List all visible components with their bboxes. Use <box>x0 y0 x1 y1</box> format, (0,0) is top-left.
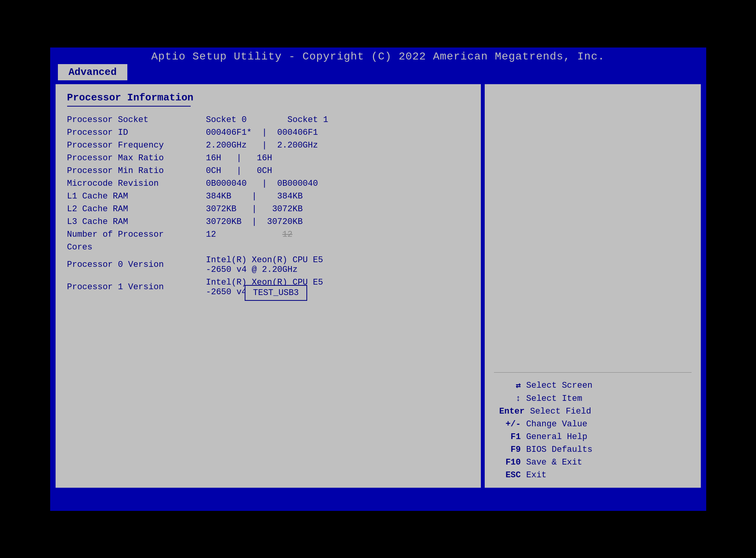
key-desc: Select Field <box>530 407 591 416</box>
tooltip-box: TEST_USB3 <box>245 285 308 301</box>
field-label: Microcode Revision <box>67 177 206 190</box>
field-value: 384KB | 384KB <box>206 190 469 203</box>
info-table: Processor Socket Socket 0 Socket 1 Proce… <box>67 114 469 299</box>
key-desc: Change Value <box>526 419 587 429</box>
table-row: L2 Cache RAM 3072KB | 3072KB <box>67 203 469 215</box>
key-symbol: F9 <box>494 445 521 455</box>
key-desc: Exit <box>526 470 547 480</box>
table-row: Processor 0 Version Intel(R) Xeon(R) CPU… <box>67 254 469 276</box>
field-label: Processor Frequency <box>67 139 206 152</box>
field-value: 3072KB | 3072KB <box>206 203 469 215</box>
key-row: F9 BIOS Defaults <box>494 445 692 455</box>
field-label: Processor 1 Version <box>67 276 206 299</box>
section-divider <box>67 106 191 107</box>
field-label: Processor ID <box>67 126 206 139</box>
key-desc: BIOS Defaults <box>526 445 593 455</box>
table-row: L3 Cache RAM 30720KB | 30720KB <box>67 215 469 228</box>
field-label: Processor Max Ratio <box>67 152 206 165</box>
field-value: 30720KB | 30720KB <box>206 215 469 228</box>
key-symbol: ESC <box>494 470 521 480</box>
tooltip-text: TEST_USB3 <box>253 288 299 298</box>
table-row: Processor Frequency 2.200GHz | 2.200GHz <box>67 139 469 152</box>
title-text: Aptio Setup Utility - Copyright (C) 2022… <box>151 51 605 63</box>
key-row: +/- Change Value <box>494 419 692 429</box>
key-desc: General Help <box>526 432 587 442</box>
key-symbol: +/- <box>494 419 521 429</box>
field-label: L3 Cache RAM <box>67 215 206 228</box>
table-row: Processor ID 000406F1* | 000406F1 <box>67 126 469 139</box>
right-panel-divider <box>494 372 692 373</box>
key-row: ↕ Select Item <box>494 394 692 404</box>
key-symbol: ⇄ <box>494 380 521 391</box>
bios-screen: Aptio Setup Utility - Copyright (C) 2022… <box>50 47 706 511</box>
section-title: Processor Information <box>67 92 469 103</box>
field-value: 0CH | 0CH <box>206 165 469 177</box>
field-label: L2 Cache RAM <box>67 203 206 215</box>
key-desc: Select Screen <box>526 381 593 390</box>
key-help: ⇄ Select Screen ↕ Select Item Enter Sele… <box>494 380 692 480</box>
field-value: 12 12 <box>206 228 469 241</box>
table-row: Processor Socket Socket 0 Socket 1 <box>67 114 469 126</box>
key-row: F1 General Help <box>494 432 692 442</box>
field-value: Socket 0 Socket 1 <box>206 114 469 126</box>
field-value: 000406F1* | 000406F1 <box>206 126 469 139</box>
key-row: ESC Exit <box>494 470 692 480</box>
field-value: 0B000040 | 0B000040 <box>206 177 469 190</box>
field-label: Processor 0 Version <box>67 254 206 276</box>
key-row: ⇄ Select Screen <box>494 380 692 391</box>
key-symbol: Enter <box>494 407 525 416</box>
field-label: Cores <box>67 241 206 254</box>
title-bar: Aptio Setup Utility - Copyright (C) 2022… <box>50 47 706 63</box>
table-row: Microcode Revision 0B000040 | 0B000040 <box>67 177 469 190</box>
key-desc: Select Item <box>526 394 582 404</box>
left-panel: Processor Information Processor Socket S… <box>56 84 481 488</box>
field-label: Number of Processor <box>67 228 206 241</box>
field-value: 16H | 16H <box>206 152 469 165</box>
status-bar <box>50 492 706 511</box>
field-label: Processor Socket <box>67 114 206 126</box>
tab-advanced[interactable]: Advanced <box>58 64 128 80</box>
key-symbol: F10 <box>494 458 521 467</box>
field-value: Intel(R) Xeon(R) CPU E5-2650 v4 @ 2.20GH… <box>206 254 469 276</box>
table-row: Processor Min Ratio 0CH | 0CH <box>67 165 469 177</box>
right-panel-top <box>494 92 692 368</box>
key-row: Enter Select Field <box>494 407 692 416</box>
table-row: Processor Max Ratio 16H | 16H <box>67 152 469 165</box>
table-row: L1 Cache RAM 384KB | 384KB <box>67 190 469 203</box>
key-symbol: F1 <box>494 432 521 442</box>
field-value <box>206 241 469 254</box>
field-label: L1 Cache RAM <box>67 190 206 203</box>
field-label: Processor Min Ratio <box>67 165 206 177</box>
key-symbol: ↕ <box>494 394 521 404</box>
field-value: 2.200GHz | 2.200GHz <box>206 139 469 152</box>
table-row: Cores <box>67 241 469 254</box>
tab-bar: Advanced <box>50 63 706 80</box>
main-content: Processor Information Processor Socket S… <box>56 84 701 488</box>
key-desc: Save & Exit <box>526 458 582 467</box>
table-row: Number of Processor 12 12 <box>67 228 469 241</box>
key-row: F10 Save & Exit <box>494 458 692 467</box>
right-panel: ⇄ Select Screen ↕ Select Item Enter Sele… <box>485 84 701 488</box>
